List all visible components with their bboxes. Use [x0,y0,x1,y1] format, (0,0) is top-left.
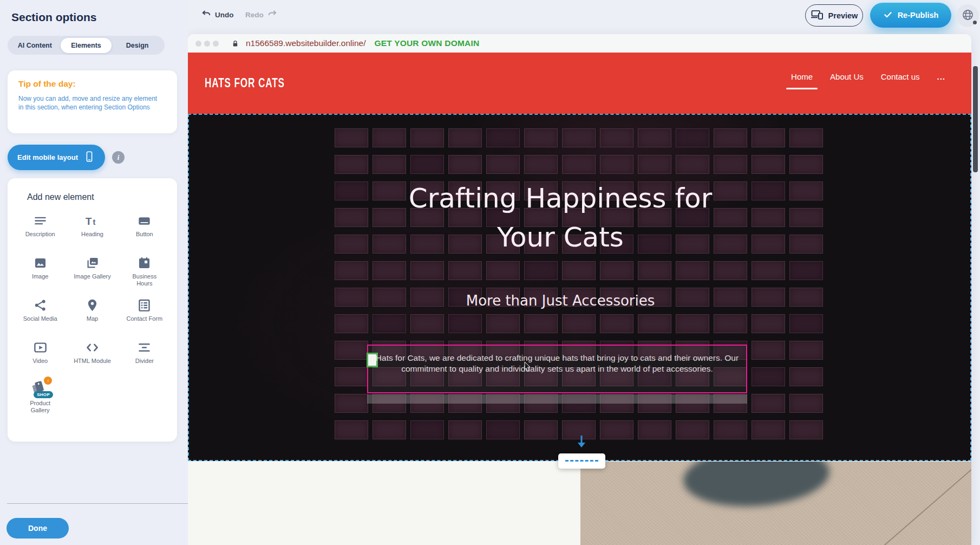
product-gallery-icon: ↑SHOP [30,381,50,397]
tip-body: Now you can add, move and resize any ele… [18,94,164,112]
upgrade-arrow-badge: ↑ [44,377,52,385]
element-label: Divider [135,358,154,365]
nav-more[interactable]: ... [937,72,945,81]
element-image[interactable]: Image [14,254,66,289]
nav-contact-us[interactable]: Contact us [881,72,920,81]
mobile-phone-icon [83,151,95,164]
business-hours-icon [137,254,152,270]
site-header[interactable]: HATS FOR CATS HomeAbout UsContact us... [188,53,971,114]
next-section-image[interactable] [580,462,971,545]
tip-title: Tip of the day: [18,79,166,89]
element-label: Description [25,231,55,238]
contact-form-icon [137,296,152,313]
section-resize-handle[interactable] [558,453,605,469]
element-heading[interactable]: TtHeading [66,212,118,246]
info-icon[interactable]: i [112,151,125,164]
site-logo[interactable]: HATS FOR CATS [205,76,285,90]
site-preview-window: n1566589.websitebuilder.online/ GET YOUR… [188,34,971,545]
section-options-panel: Section options AI ContentElementsDesign… [0,0,188,545]
hero-section-selected[interactable]: Crafting Happiness for Your Cats More th… [188,114,971,461]
undo-label: Undo [215,11,234,19]
element-description[interactable]: Description [14,212,66,246]
element-grid: DescriptionTtHeadingButtonImageImage Gal… [14,212,171,416]
undo-icon [201,9,212,21]
element-label: Social Media [23,315,57,322]
svg-text:T: T [86,216,92,227]
tile-seam [889,512,971,545]
image-gallery-icon [85,254,100,270]
element-under-bar [367,394,747,404]
window-control-dots [195,41,221,47]
panel-title: Section options [11,11,97,24]
tab-ai-content[interactable]: AI Content [9,38,61,53]
hero-paragraph[interactable]: Hats for Cats, we are dedicated to craft… [375,353,740,374]
element-label: Image [32,273,49,280]
element-label: Contact Form [127,315,163,322]
element-label: Video [32,358,48,365]
redo-button[interactable]: Redo [245,9,278,21]
nav-about-us[interactable]: About Us [830,72,864,81]
site-url[interactable]: n1566589.websitebuilder.online/ [246,38,365,48]
check-icon [883,10,893,21]
mouse-cursor [524,361,532,374]
add-element-title: Add new element [27,192,171,202]
cat-shadow [681,462,831,511]
element-label: Image Gallery [74,273,110,280]
undo-button[interactable]: Undo [201,9,234,21]
get-your-own-domain-link[interactable]: GET YOUR OWN DOMAIN [374,38,479,48]
shop-badge: SHOP [34,391,53,398]
element-product-gallery[interactable]: ↑SHOPProduct Gallery [14,381,66,416]
map-icon [85,296,100,313]
republish-button[interactable]: Re-Publish [870,3,951,28]
globe-icon [962,9,974,23]
preview-label: Preview [828,11,858,20]
scrollbar-thumb[interactable] [973,66,978,172]
element-map[interactable]: Map [66,296,118,331]
element-social-media[interactable]: Social Media [14,296,66,331]
devices-icon [811,9,824,22]
tile-seam [840,469,971,545]
edit-mobile-layout-label: Edit mobile layout [17,153,78,161]
svg-text:t: t [93,218,96,226]
element-label: Business Hours [126,273,164,287]
next-section-left[interactable] [188,462,580,545]
hero-subtitle[interactable]: More than Just Accessories [382,293,739,309]
browser-chrome-bar: n1566589.websitebuilder.online/ GET YOUR… [188,34,971,53]
element-html-module[interactable]: HTML Module [66,339,118,373]
html-module-icon [85,339,100,355]
button-icon [137,212,152,228]
nav-home[interactable]: Home [791,72,813,81]
language-globe-button[interactable] [956,4,979,27]
video-icon [33,339,48,355]
divider-icon [137,339,152,355]
element-label: Map [87,315,98,322]
site-canvas: HATS FOR CATS HomeAbout UsContact us... … [188,53,971,545]
done-button[interactable]: Done [6,518,69,538]
description-icon [33,212,48,228]
selected-text-element[interactable]: Hats for Cats, we are dedicated to craft… [367,345,747,393]
element-label: Button [136,231,153,238]
element-label: Heading [81,231,103,238]
heading-icon: Tt [85,212,100,228]
element-contact-form[interactable]: Contact Form [119,296,171,331]
element-business-hours[interactable]: Business Hours [119,254,171,289]
redo-icon [267,9,278,21]
element-button[interactable]: Button [119,212,171,246]
republish-label: Re-Publish [898,11,939,20]
element-video[interactable]: Video [14,339,66,373]
sidebar-divider [7,503,188,504]
element-label: Product Gallery [21,400,59,414]
hero-headline[interactable]: Crafting Happiness for Your Cats [382,179,739,257]
element-label: HTML Module [74,358,111,365]
panel-tabs: AI ContentElementsDesign [8,36,165,55]
redo-label: Redo [245,11,264,19]
tab-design[interactable]: Design [112,38,163,53]
lock-icon [231,40,239,48]
edit-mobile-layout-button[interactable]: Edit mobile layout [8,145,105,170]
tab-elements[interactable]: Elements [61,38,112,53]
preview-button[interactable]: Preview [805,4,863,27]
element-divider[interactable]: Divider [119,339,171,373]
image-icon [33,254,48,270]
element-image-gallery[interactable]: Image Gallery [66,254,118,289]
tip-of-the-day-card: Tip of the day: Now you can add, move an… [8,70,177,133]
